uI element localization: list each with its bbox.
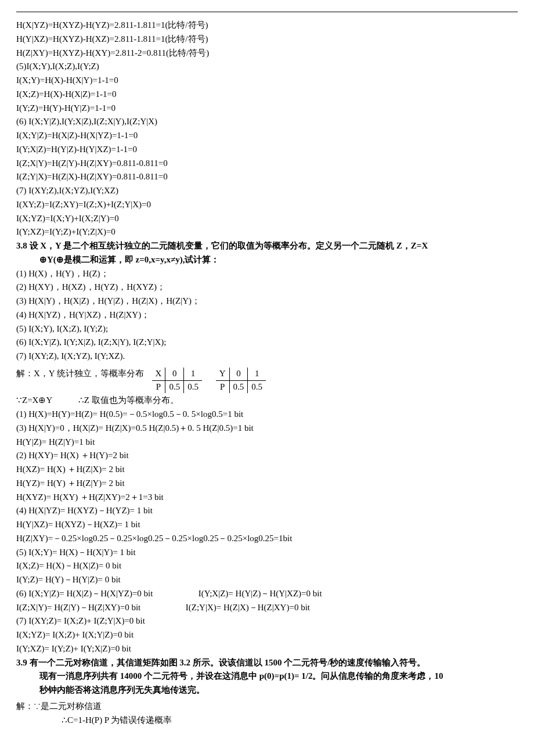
solution-line: 解：∵是二元对称信道 — [16, 700, 518, 713]
eq-line: I(X;Z)= H(X)－H(X|Z)= 0 bit — [16, 560, 518, 573]
eq-line: I(Y;X|Z)= H(Y|Z)－H(Y|XZ)=0 bit — [199, 589, 322, 598]
eq-line: H(Z|XY)=H(XYZ)-H(XY)=2.811-2=0.811(比特/符号… — [16, 47, 518, 60]
eq-line: H(Y|Z)= H(Z|Y)=1 bit — [16, 436, 518, 449]
table-cell: X — [152, 368, 165, 380]
table-cell: 0 — [229, 368, 248, 380]
table-cell: 0.5 — [248, 380, 266, 393]
eq-line: H(Y|XZ)=H(XYZ)-H(XZ)=2.811-1.811=1(比特/符号… — [16, 33, 518, 46]
eq-line: (6) I(X;Y|Z)= H(X|Z)－H(X|YZ)=0 bit — [16, 588, 196, 600]
eq-line: I(X;Y)=H(X)-H(X|Y)=1-1=0 — [16, 74, 518, 87]
table-cell: 0.5 — [165, 380, 184, 393]
problem-heading-3-9-cont: 秒钟内能否将这消息序列无失真地传送完。 — [39, 684, 518, 697]
question-item: (5) I(X;Y), I(X;Z), I(Y;Z); — [16, 323, 518, 336]
page-top-line — [16, 12, 518, 12]
subheading: (5)I(X;Y),I(X;Z),I(Y;Z) — [16, 60, 518, 73]
eq-line: (4) H(X|YZ)= H(XYZ)－H(YZ)= 1 bit — [16, 505, 518, 517]
eq-line: I(X;YZ)=I(X;Y)+I(X;Z|Y)=0 — [16, 213, 518, 225]
eq-line-pair: I(Z;X|Y)= H(Z|Y)－H(Z|XY)=0 bit I(Z;Y|X)=… — [16, 602, 518, 614]
solution-intro-text: 解：X，Y 统计独立，等概率分布 — [16, 369, 144, 378]
eq-line: I(Z;Y|X)= H(Z|X)－H(Z|XY)=0 bit — [186, 603, 310, 612]
eq-line: I(Y;Z)= H(Y)－H(Y|Z)= 0 bit — [16, 574, 518, 586]
problem-heading-3-8: 3.8 设 X，Y 是二个相互统计独立的二元随机变量，它们的取值为等概率分布。定… — [16, 240, 518, 253]
subheading: (7) I(XY;Z),I(X;YZ),I(Y;XZ) — [16, 185, 518, 197]
problem-heading-3-9-cont: 现有一消息序列共有 14000 个二元符号，并设在这消息中 p(0)=p(1)=… — [39, 670, 518, 683]
eq-line-pair: (6) I(X;Y|Z)= H(X|Z)－H(X|YZ)=0 bit I(Y;X… — [16, 588, 518, 600]
eq-line: H(YZ)= H(Y) ＋H(Z|Y)= 2 bit — [16, 477, 518, 490]
table-cell: P — [152, 380, 165, 393]
eq-line: I(XY;Z)=I(Z;XY)=I(Z;X)+I(Z;Y|X)=0 — [16, 199, 518, 211]
question-item: (7) I(XY;Z), I(X;YZ), I(Y;XZ). — [16, 350, 518, 363]
prob-table-y: Y 0 1 P 0.5 0.5 — [216, 368, 266, 394]
eq-line: (3) H(X|Y)=0，H(X|Z)= H(Z|X)=0.5 H(Z|0.5)… — [16, 422, 518, 435]
eq-line: I(X;Y|Z)=H(X|Z)-H(X|YZ)=1-1=0 — [16, 129, 518, 142]
eq-line: I(Y;Z)=H(Y)-H(Y|Z)=1-1=0 — [16, 102, 518, 115]
problem-heading-3-9: 3.9 有一个二元对称信道，其信道矩阵如图 3.2 所示。设该信道以 1500 … — [16, 657, 518, 669]
eq-line: (7) I(XY;Z)= I(X;Z)+ I(Z;Y|X)=0 bit — [16, 615, 518, 628]
eq-line: H(Y|XZ)= H(XYZ)－H(XZ)= 1 bit — [16, 519, 518, 531]
question-item: (1) H(X)，H(Y)，H(Z)； — [16, 268, 518, 280]
table-cell: 1 — [184, 368, 202, 380]
eq-line: ∵Z=X⊕Y ∴Z 取值也为等概率分布。 — [16, 394, 518, 407]
table-cell: P — [216, 380, 229, 393]
eq-line: I(Z;Y|X)=H(Z|X)-H(Z|XY)=0.811-0.811=0 — [16, 171, 518, 183]
table-cell: 1 — [248, 368, 266, 380]
table-cell: 0 — [165, 368, 184, 380]
eq-line: H(Z|XY)=－0.25×log0.25－0.25×log0.25－0.25×… — [16, 532, 518, 545]
eq-line: (1) H(X)=H(Y)=H(Z)= H(0.5)=－0.5×log0.5－0… — [16, 408, 518, 421]
eq-line: H(XZ)= H(X) ＋H(Z|X)= 2 bit — [16, 463, 518, 476]
subheading: (6) I(X;Y|Z),I(Y;X|Z),I(Z;X|Y),I(Z;Y|X) — [16, 116, 518, 128]
eq-line: I(X;Z)=H(X)-H(X|Z)=1-1=0 — [16, 88, 518, 101]
eq-line: I(Y;X|Z)=H(Y|Z)-H(Y|XZ)=1-1=0 — [16, 143, 518, 156]
eq-line: I(Y;XZ)= I(Y;Z)+ I(Y;X|Z)=0 bit — [16, 643, 518, 656]
question-item: (3) H(X|Y)，H(X|Z)，H(Y|Z)，H(Z|X)，H(Z|Y)； — [16, 295, 518, 308]
question-item: (2) H(XY)，H(XZ)，H(YZ)，H(XYZ)； — [16, 281, 518, 294]
question-item: (4) H(X|YZ)，H(Y|XZ)，H(Z|XY)； — [16, 309, 518, 322]
eq-line: I(Z;X|Y)= H(Z|Y)－H(Z|XY)=0 bit — [16, 602, 183, 614]
solution-intro: 解：X，Y 统计独立，等概率分布 X 0 1 P 0.5 0.5 Y 0 1 P… — [16, 368, 518, 394]
table-cell: Y — [216, 368, 229, 380]
eq-line: (5) I(X;Y)= H(X)－H(X|Y)= 1 bit — [16, 546, 518, 559]
solution-line: ∴C=1-H(P) P 为错误传递概率 — [62, 714, 518, 727]
prob-table-x: X 0 1 P 0.5 0.5 — [152, 368, 202, 394]
eq-line: I(Y;XZ)=I(Y;Z)+I(Y;Z|X)=0 — [16, 226, 518, 239]
question-item: (6) I(X;Y|Z), I(Y;X|Z), I(Z;X|Y), I(Z;Y|… — [16, 336, 518, 349]
eq-line: I(Z;X|Y)=H(Z|Y)-H(Z|XY)=0.811-0.811=0 — [16, 157, 518, 170]
eq-line: (2) H(XY)= H(X) ＋H(Y)=2 bit — [16, 449, 518, 462]
problem-heading-3-8-cont: ⊕Y(⊕是模二和运算，即 z=0,x=y,x≠y),试计算： — [39, 254, 518, 267]
eq-line: H(X|YZ)=H(XYZ)-H(YZ)=2.811-1.811=1(比特/符号… — [16, 19, 518, 32]
eq-line: I(X;YZ)= I(X;Z)+ I(X;Y|Z)=0 bit — [16, 629, 518, 642]
table-cell: 0.5 — [229, 380, 248, 393]
table-cell: 0.5 — [184, 380, 202, 393]
eq-line: H(XYZ)= H(XY) ＋H(Z|XY)=2＋1=3 bit — [16, 491, 518, 504]
